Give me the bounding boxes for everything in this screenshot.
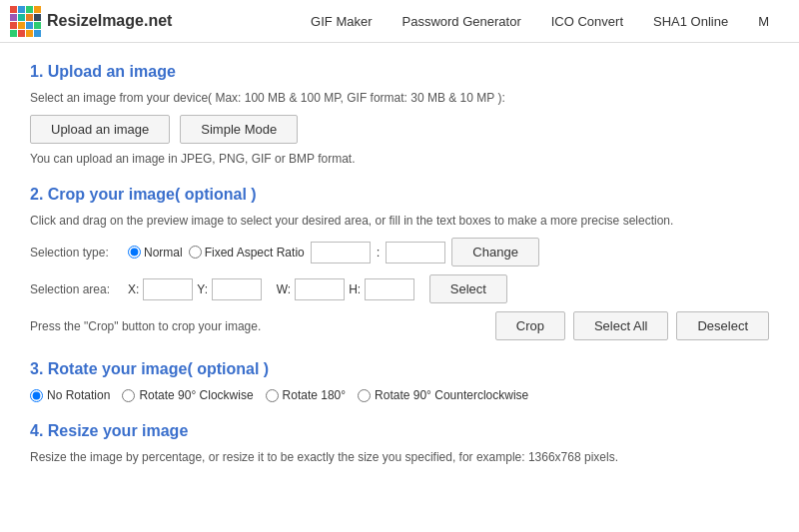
main-content: 1. Upload an image Select an image from … bbox=[0, 43, 799, 504]
radio-rotate-cw[interactable] bbox=[122, 389, 135, 402]
crop-action-buttons: Crop Select All Deselect bbox=[495, 311, 769, 340]
rotate-ccw-label[interactable]: Rotate 90° Counterclockwise bbox=[358, 388, 528, 402]
upload-desc: Select an image from your device( Max: 1… bbox=[30, 91, 769, 105]
rotate-options: No Rotation Rotate 90° Clockwise Rotate … bbox=[30, 388, 769, 402]
logo-text: ResizeImage.net bbox=[47, 12, 172, 30]
selection-type-label: Selection type: bbox=[30, 246, 120, 260]
resize-section: 4. Resize your image Resize the image by… bbox=[30, 422, 769, 464]
h-input[interactable]: 0 bbox=[365, 278, 414, 300]
upload-image-button[interactable]: Upload an image bbox=[30, 115, 170, 144]
selection-type-row: Selection type: Normal Fixed Aspect Rati… bbox=[30, 238, 769, 266]
h-label: H: bbox=[349, 282, 361, 296]
crop-button[interactable]: Crop bbox=[495, 311, 565, 340]
resize-title: 4. Resize your image bbox=[30, 422, 769, 440]
rotate-title: 3. Rotate your image( optional ) bbox=[30, 360, 769, 378]
radio-normal-text: Normal bbox=[144, 246, 183, 260]
radio-normal[interactable] bbox=[128, 246, 141, 259]
selection-area-inputs: X: 0 Y: 0 W: 0 H: 0 Select bbox=[128, 274, 507, 303]
logo-icon bbox=[10, 6, 41, 37]
nav-password-generator[interactable]: Password Generator bbox=[402, 14, 521, 29]
crop-width-input[interactable]: 1366 bbox=[311, 242, 371, 264]
w-input[interactable]: 0 bbox=[295, 278, 345, 300]
selection-area-row: Selection area: X: 0 Y: 0 W: 0 H: 0 Sele… bbox=[30, 274, 769, 303]
radio-normal-label[interactable]: Normal bbox=[128, 246, 183, 260]
rotate-cw-label[interactable]: Rotate 90° Clockwise bbox=[122, 388, 253, 402]
w-label: W: bbox=[277, 282, 291, 296]
rotate-180-text: Rotate 180° bbox=[283, 388, 347, 402]
selection-type-radio-group: Normal Fixed Aspect Ratio 1366 : 768 Cha… bbox=[128, 238, 539, 266]
x-input[interactable]: 0 bbox=[143, 278, 193, 300]
nav-gif-maker[interactable]: GIF Maker bbox=[311, 14, 372, 29]
change-button[interactable]: Change bbox=[451, 238, 539, 266]
colon-separator: : bbox=[377, 245, 381, 260]
crop-height-input[interactable]: 768 bbox=[386, 242, 445, 264]
select-button[interactable]: Select bbox=[429, 274, 507, 303]
nav-ico-convert[interactable]: ICO Convert bbox=[551, 14, 623, 29]
crop-note: Press the "Crop" button to crop your ima… bbox=[30, 319, 261, 333]
upload-section: 1. Upload an image Select an image from … bbox=[30, 63, 769, 166]
format-note: You can upload an image in JPEG, PNG, GI… bbox=[30, 152, 769, 166]
select-all-button[interactable]: Select All bbox=[573, 311, 668, 340]
nav-sha1-online[interactable]: SHA1 Online bbox=[653, 14, 728, 29]
logo-area: ResizeImage.net bbox=[10, 6, 210, 37]
rotate-cw-text: Rotate 90° Clockwise bbox=[139, 388, 253, 402]
radio-fixed-label[interactable]: Fixed Aspect Ratio bbox=[189, 246, 305, 260]
x-label: X: bbox=[128, 282, 139, 296]
main-nav: GIF Maker Password Generator ICO Convert… bbox=[311, 14, 769, 29]
y-label: Y: bbox=[197, 282, 208, 296]
rotate-no-rotation-text: No Rotation bbox=[47, 388, 110, 402]
resize-desc: Resize the image by percentage, or resiz… bbox=[30, 450, 769, 464]
simple-mode-button[interactable]: Simple Mode bbox=[180, 115, 298, 144]
radio-no-rotation[interactable] bbox=[30, 389, 43, 402]
radio-rotate-180[interactable] bbox=[266, 389, 279, 402]
y-input[interactable]: 0 bbox=[212, 278, 262, 300]
rotate-no-rotation-label[interactable]: No Rotation bbox=[30, 388, 110, 402]
upload-title: 1. Upload an image bbox=[30, 63, 769, 81]
selection-area-label: Selection area: bbox=[30, 282, 120, 296]
radio-rotate-ccw[interactable] bbox=[358, 389, 371, 402]
header: ResizeImage.net GIF Maker Password Gener… bbox=[0, 0, 799, 43]
radio-fixed[interactable] bbox=[189, 246, 202, 259]
radio-fixed-text: Fixed Aspect Ratio bbox=[205, 246, 305, 260]
rotate-ccw-text: Rotate 90° Counterclockwise bbox=[375, 388, 528, 402]
crop-action-row: Press the "Crop" button to crop your ima… bbox=[30, 311, 769, 340]
deselect-button[interactable]: Deselect bbox=[676, 311, 769, 340]
crop-title: 2. Crop your image( optional ) bbox=[30, 186, 769, 204]
nav-more[interactable]: M bbox=[758, 14, 769, 29]
crop-desc: Click and drag on the preview image to s… bbox=[30, 214, 769, 228]
rotate-section: 3. Rotate your image( optional ) No Rota… bbox=[30, 360, 769, 402]
rotate-180-label[interactable]: Rotate 180° bbox=[266, 388, 347, 402]
crop-section: 2. Crop your image( optional ) Click and… bbox=[30, 186, 769, 340]
upload-btn-group: Upload an image Simple Mode bbox=[30, 115, 769, 144]
